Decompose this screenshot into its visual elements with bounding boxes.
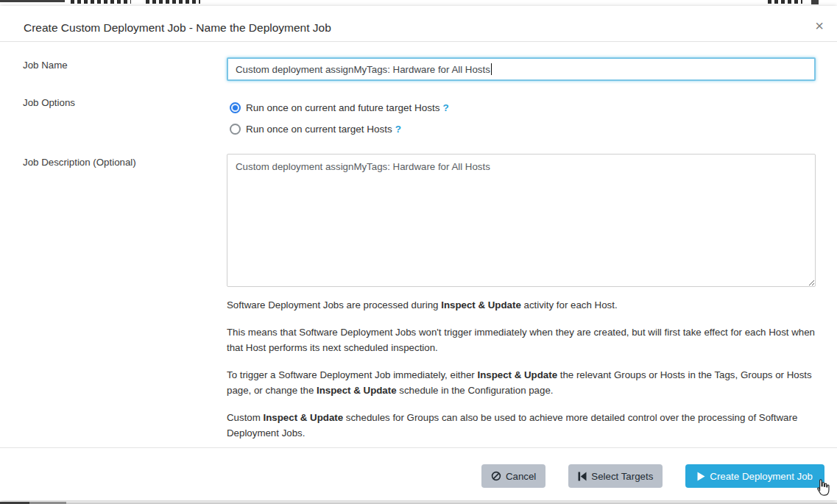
job-options-label: Job Options [23, 97, 75, 108]
create-deployment-job-button[interactable]: Create Deployment Job [685, 464, 824, 488]
info-paragraph: This means that Software Deployment Jobs… [227, 324, 816, 355]
dialog-footer: Cancel Select Targets Create Deployment … [0, 447, 837, 500]
create-button-label: Create Deployment Job [710, 471, 813, 482]
info-paragraph: To trigger a Software Deployment Job imm… [227, 367, 816, 398]
job-name-input[interactable]: Custom deployment assignMyTags: Hardware… [227, 57, 816, 81]
info-paragraph: Software Deployment Jobs are processed d… [227, 297, 816, 313]
text-caret [491, 63, 492, 75]
background-text-fragment [0, 0, 65, 2]
help-icon[interactable]: ? [442, 102, 448, 113]
radio-option-run-once-current[interactable]: Run once on current target Hosts ? [230, 124, 401, 135]
cancel-button[interactable]: Cancel [481, 464, 545, 488]
job-name-label: Job Name [23, 60, 68, 71]
radio-button-icon[interactable] [230, 124, 241, 135]
background-text-fragment [768, 0, 802, 4]
step-backward-icon [578, 472, 587, 481]
close-icon[interactable]: × [811, 18, 827, 34]
cancel-button-label: Cancel [506, 471, 536, 482]
play-icon [697, 472, 705, 481]
job-description-textarea[interactable]: Custom deployment assignMyTags: Hardware… [227, 154, 816, 287]
dialog-body: Job Name Custom deployment assignMyTags:… [0, 42, 837, 441]
select-targets-button[interactable]: Select Targets [568, 464, 663, 488]
background-text-fragment [71, 0, 131, 4]
select-targets-button-label: Select Targets [591, 471, 653, 482]
radio-option-label[interactable]: Run once on current and future target Ho… [246, 102, 439, 113]
radio-option-label[interactable]: Run once on current target Hosts [246, 124, 392, 135]
background-text-fragment [146, 0, 200, 4]
dialog-title: Create Custom Deployment Job - Name the … [24, 21, 331, 35]
radio-button-icon[interactable] [230, 102, 241, 113]
hand-cursor-icon [814, 478, 832, 500]
job-description-label: Job Description (Optional) [23, 157, 136, 168]
background-text-fragment [811, 0, 819, 4]
create-deployment-job-dialog: Create Custom Deployment Job - Name the … [0, 6, 837, 500]
radio-option-run-once-current-and-future[interactable]: Run once on current and future target Ho… [230, 102, 449, 113]
screen: Create Custom Deployment Job - Name the … [0, 0, 837, 504]
job-name-value: Custom deployment assignMyTags: Hardware… [236, 64, 490, 75]
info-paragraph: Custom Inspect & Update schedules for Gr… [227, 410, 816, 441]
ban-icon [491, 471, 501, 481]
dialog-header: Create Custom Deployment Job - Name the … [0, 6, 837, 42]
help-icon[interactable]: ? [395, 124, 401, 135]
